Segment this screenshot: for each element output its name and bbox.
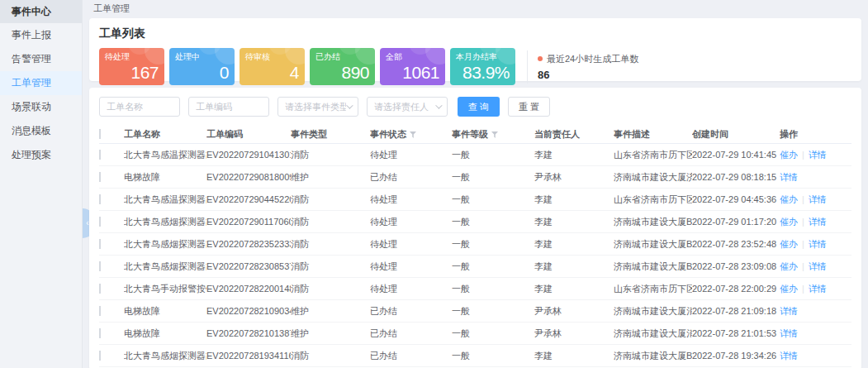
owner-select[interactable]: 请选择责任人 bbox=[367, 97, 448, 117]
cell-event-level: 一般 bbox=[452, 216, 534, 228]
workorder-code-input[interactable] bbox=[188, 97, 269, 117]
stat-label: 全部 bbox=[386, 52, 439, 62]
stats-row: 待处理167处理中0待审核4已办结890全部1061本月办结率83.9% 最近2… bbox=[99, 48, 851, 85]
sidebar-item-workorder-mgmt[interactable]: 工单管理 bbox=[0, 71, 82, 95]
stat-value: 167 bbox=[130, 63, 159, 83]
action-separator: | bbox=[802, 150, 804, 160]
breadcrumb: 工单管理 bbox=[83, 0, 868, 17]
row-checkbox[interactable] bbox=[99, 217, 101, 227]
cell-event-status: 已办结 bbox=[370, 171, 452, 184]
cell-workorder-name: 北大青鸟感烟探测器故障 bbox=[124, 216, 206, 228]
detail-link[interactable]: 详情 bbox=[809, 284, 827, 294]
reset-button[interactable]: 重 置 bbox=[508, 97, 550, 117]
row-checkbox[interactable] bbox=[99, 172, 101, 182]
cell-event-type: 维护 bbox=[291, 327, 370, 340]
row-checkbox[interactable] bbox=[99, 194, 101, 204]
stat-label: 待处理 bbox=[105, 52, 159, 62]
cell-event-status: 已办结 bbox=[370, 305, 452, 318]
row-checkbox[interactable] bbox=[99, 284, 101, 294]
action-separator: | bbox=[802, 217, 804, 227]
row-checkbox[interactable] bbox=[99, 150, 101, 160]
urge-link[interactable]: 催办 bbox=[780, 217, 798, 227]
sidebar-nav: 事件上报告警管理工单管理场景联动消息模板处理预案 bbox=[0, 23, 82, 167]
action-separator: | bbox=[802, 261, 804, 271]
cell-event-level: 一般 bbox=[452, 171, 534, 184]
row-checkbox[interactable] bbox=[99, 351, 101, 361]
main-area: 工单管理 工单列表 待处理167处理中0待审核4已办结890全部1061本月办结… bbox=[83, 0, 868, 368]
urge-link[interactable]: 催办 bbox=[780, 239, 798, 249]
cell-workorder-code: EV20220728210138787 bbox=[206, 328, 291, 338]
detail-link[interactable]: 详情 bbox=[809, 150, 827, 160]
detail-link[interactable]: 详情 bbox=[780, 172, 798, 182]
cell-workorder-name: 北大青鸟感温探测器故障 bbox=[124, 194, 206, 206]
workorder-name-input[interactable] bbox=[99, 97, 180, 117]
cell-workorder-name: 北大青鸟感温探测器故障 bbox=[124, 149, 206, 161]
sidebar-item-handling-plan[interactable]: 处理预案 bbox=[0, 143, 82, 167]
stat-card-to-review[interactable]: 待审核4 bbox=[240, 48, 305, 85]
urge-link[interactable]: 催办 bbox=[780, 261, 798, 271]
cell-created-time: 2022-07-28 21:09:18 bbox=[692, 306, 780, 316]
row-checkbox[interactable] bbox=[99, 239, 101, 249]
column-header-label: 事件类型 bbox=[291, 129, 327, 139]
cell-created-time: 2022-07-28 23:09:08 bbox=[692, 261, 780, 271]
cell-event-status: 待处理 bbox=[370, 260, 452, 273]
sidebar-item-scene-linkage[interactable]: 场景联动 bbox=[0, 95, 82, 119]
sidebar-item-event-report[interactable]: 事件上报 bbox=[0, 23, 82, 47]
column-header-label: 事件描述 bbox=[614, 129, 650, 139]
stats-divider bbox=[527, 50, 528, 84]
event-type-select-placeholder: 请选择事件类型 bbox=[285, 101, 346, 113]
table-row: 北大青鸟感烟探测器故障EV20220728230853750消防待处理一般李建济… bbox=[99, 256, 851, 278]
cell-event-desc: 济南城市建设大厦B3车... bbox=[614, 238, 692, 251]
detail-link[interactable]: 详情 bbox=[780, 328, 798, 338]
column-header[interactable]: 事件等级 bbox=[452, 128, 534, 141]
stat-cards: 待处理167处理中0待审核4已办结890全部1061本月办结率83.9% bbox=[99, 48, 520, 85]
detail-link[interactable]: 详情 bbox=[809, 261, 827, 271]
stat-card-monthly-rate[interactable]: 本月办结率83.9% bbox=[450, 48, 515, 85]
column-header: 事件类型 bbox=[291, 128, 370, 141]
urge-link[interactable]: 催办 bbox=[780, 284, 798, 294]
filter-funnel-icon[interactable] bbox=[410, 131, 416, 138]
sidebar-item-message-template[interactable]: 消息模板 bbox=[0, 119, 82, 143]
column-header-label: 创建时间 bbox=[692, 129, 728, 139]
app-window: 事件中心 事件上报告警管理工单管理场景联动消息模板处理预案 ‹ 工单管理 工单列… bbox=[0, 0, 868, 368]
sidebar-item-alarm-mgmt[interactable]: 告警管理 bbox=[0, 47, 82, 71]
cell-workorder-code: EV20220728210903424 bbox=[206, 306, 291, 316]
table-row: 北大青鸟感烟探测器故障EV20220729011706036消防待处理一般李建济… bbox=[99, 211, 851, 233]
cell-event-desc: 山东省济南市历下区济南... bbox=[614, 194, 692, 206]
row-checkbox[interactable] bbox=[99, 328, 101, 338]
cell-current-owner: 尹承林 bbox=[534, 305, 614, 318]
column-header[interactable]: 事件状态 bbox=[370, 128, 452, 141]
cell-event-status: 已办结 bbox=[370, 350, 452, 362]
detail-link[interactable]: 详情 bbox=[780, 351, 798, 361]
cell-actions: 催办|详情 bbox=[780, 238, 851, 251]
stat-card-closed[interactable]: 已办结890 bbox=[310, 48, 375, 85]
urge-link[interactable]: 催办 bbox=[780, 150, 798, 160]
detail-link[interactable]: 详情 bbox=[809, 239, 827, 249]
cell-actions: 催办|详情 bbox=[780, 283, 851, 295]
column-header-label: 事件等级 bbox=[452, 129, 488, 139]
table-row: 北大青鸟感烟探测器故障EV20220728193411643消防已办结一般李建济… bbox=[99, 345, 851, 367]
row-checkbox[interactable] bbox=[99, 306, 101, 316]
urge-link[interactable]: 催办 bbox=[780, 194, 798, 204]
stat-label: 本月办结率 bbox=[456, 52, 510, 62]
filter-funnel-icon[interactable] bbox=[491, 131, 498, 138]
cell-created-time: 2022-07-29 10:41:45 bbox=[692, 150, 780, 160]
stat-card-pending[interactable]: 待处理167 bbox=[99, 48, 164, 85]
stat-card-all[interactable]: 全部1061 bbox=[380, 48, 445, 85]
cell-created-time: 2022-07-28 23:52:48 bbox=[692, 239, 780, 249]
event-type-select[interactable]: 请选择事件类型 bbox=[277, 97, 358, 117]
detail-link[interactable]: 详情 bbox=[809, 217, 827, 227]
cell-actions: 详情 bbox=[780, 327, 851, 340]
cell-event-status: 待处理 bbox=[370, 216, 452, 228]
cell-event-type: 消防 bbox=[291, 216, 370, 228]
row-checkbox[interactable] bbox=[99, 261, 101, 271]
cell-event-level: 一般 bbox=[452, 327, 534, 340]
detail-link[interactable]: 详情 bbox=[809, 194, 827, 204]
search-button[interactable]: 查 询 bbox=[458, 97, 500, 117]
workorder-table: 工单名称工单编码事件类型事件状态事件等级当前责任人事件描述创建时间操作 北大青鸟… bbox=[89, 125, 861, 367]
stat-card-processing[interactable]: 处理中0 bbox=[169, 48, 235, 85]
cell-event-type: 维护 bbox=[291, 171, 370, 184]
select-all-checkbox[interactable] bbox=[99, 129, 101, 139]
detail-link[interactable]: 详情 bbox=[780, 306, 798, 316]
cell-event-status: 待处理 bbox=[370, 283, 452, 295]
